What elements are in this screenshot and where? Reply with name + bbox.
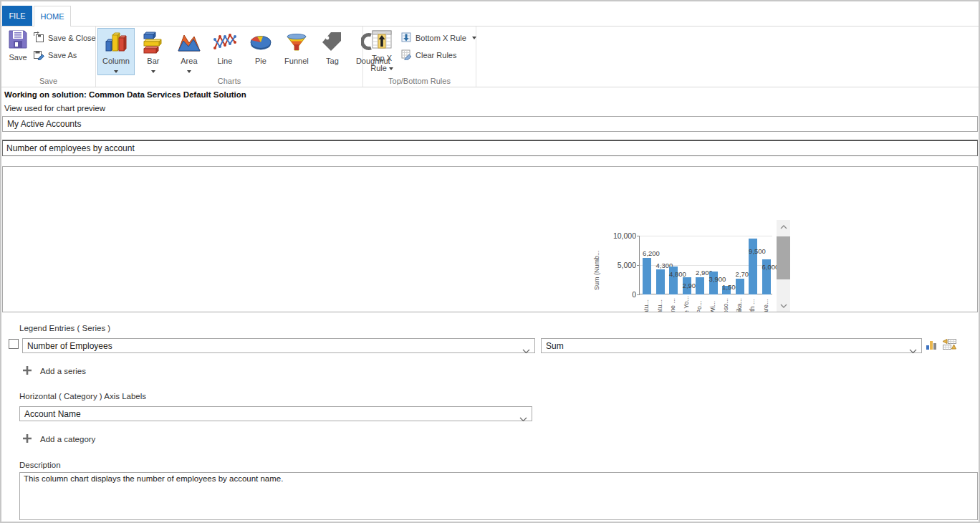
chart-bar-data-label: 3,900: [705, 275, 731, 283]
x-axis-tick-label: Po...: [696, 300, 703, 312]
category-field-value: Account Name: [24, 407, 81, 421]
x-axis-tick-label: ntu...: [656, 299, 663, 312]
add-series-button[interactable]: Add a series: [22, 365, 86, 377]
chevron-down-icon: [522, 344, 530, 357]
chart-designer-window: FILE HOME Save Save & Close Save As: [0, 0, 980, 523]
aggregate-value: Sum: [546, 339, 564, 353]
chart-bar: [643, 258, 651, 294]
x-axis-tick-label: are...: [762, 299, 769, 312]
add-category-label: Add a category: [40, 435, 95, 443]
description-textarea[interactable]: This column chart displays the number of…: [19, 472, 978, 520]
chart-type-label: Pie: [255, 57, 266, 65]
chart-type-pie-button[interactable]: Pie: [244, 28, 278, 75]
chart-bar: [656, 269, 665, 294]
ribbon-group-save: Save Save & Close Save As Save: [1, 27, 96, 87]
view-select-value: My Active Accounts: [7, 117, 81, 131]
add-series-label: Add a series: [40, 367, 86, 375]
bar-chart-icon: [141, 30, 165, 56]
y-axis-tick-label: 0: [602, 290, 636, 299]
save-and-close-button[interactable]: Save & Close: [33, 31, 96, 45]
aggregate-select[interactable]: Sum: [541, 338, 922, 353]
chart-type-label: Tag: [326, 57, 339, 65]
scroll-down-button[interactable]: [777, 299, 790, 312]
y-axis-tick-label: 10,000: [602, 231, 636, 240]
y-axis-title: Sum (Numb...: [593, 250, 600, 290]
chevron-up-icon: [779, 220, 788, 233]
chart-type-label: Line: [218, 57, 233, 65]
series-order-icon: [942, 340, 957, 352]
bottom-x-rule-label: Bottom X Rule: [415, 34, 466, 42]
chevron-down-icon: [519, 412, 527, 425]
save-as-icon: [33, 49, 44, 62]
dropdown-caret-icon: [389, 67, 393, 70]
chart-plot-area: 6,2004,3004,8002,9002,9003,9001,5002,700…: [639, 236, 772, 294]
scrollbar-thumb[interactable]: [777, 236, 790, 279]
gridline: [640, 236, 772, 236]
x-axis-tick-label: rika...: [736, 298, 743, 312]
plus-icon: [22, 365, 32, 377]
x-axis-tick-label: e Yo...: [683, 296, 690, 312]
chevron-down-icon: [779, 299, 788, 312]
clear-rules-button[interactable]: Clear Rules: [400, 48, 456, 62]
save-as-button[interactable]: Save As: [33, 48, 77, 62]
plus-icon: [22, 433, 32, 445]
chart-name-input[interactable]: [2, 140, 978, 156]
x-axis-tick-label: rth ...: [749, 299, 756, 312]
bottom-x-rule-button[interactable]: Bottom X Rule: [400, 31, 476, 45]
y-tick-mark: [637, 265, 640, 266]
x-axis-tick-label: atu...: [643, 299, 650, 312]
line-chart-icon: [213, 30, 237, 56]
chart-type-label: Area: [181, 57, 197, 65]
add-category-button[interactable]: Add a category: [22, 433, 95, 445]
legend-entries-title: Legend Entries ( Series ): [19, 324, 110, 332]
view-select[interactable]: My Active Accounts: [2, 116, 978, 132]
save-icon: [7, 29, 29, 52]
description-label: Description: [19, 461, 61, 469]
x-axis-tick-label: Wi...: [709, 301, 716, 312]
y-tick-mark: [637, 236, 640, 236]
dropdown-caret-icon: [472, 37, 476, 39]
y-tick-mark: [637, 294, 640, 295]
chart-type-area-button[interactable]: Area: [172, 28, 206, 75]
clear-rules-icon: [400, 49, 412, 62]
chart-type-column-button[interactable]: Column: [97, 28, 135, 75]
y-axis-tick-label: 5,000: [602, 261, 636, 269]
chart-bar-data-label: 6,200: [638, 249, 664, 257]
series-field-value: Number of Employees: [27, 339, 112, 353]
series-field-select[interactable]: Number of Employees: [22, 338, 535, 353]
dropdown-caret-icon: [114, 67, 118, 71]
chart-type-buttons: ColumnBarAreaLinePieFunnelTagDoughnut: [97, 28, 395, 75]
tag-chart-icon: [320, 30, 345, 56]
dropdown-caret-icon: [151, 67, 155, 71]
tab-home[interactable]: HOME: [34, 6, 71, 27]
working-on-solution-text: Working on solution: Common Data Service…: [4, 90, 246, 99]
chart-type-tag-button[interactable]: Tag: [315, 28, 350, 75]
chart-type-label: Column: [102, 57, 130, 65]
chart-type-line-button[interactable]: Line: [208, 28, 242, 75]
pie-chart-icon: [249, 30, 273, 56]
save-button[interactable]: Save: [4, 29, 32, 62]
save-button-label: Save: [9, 53, 27, 62]
funnel-chart-icon: [284, 30, 309, 56]
top-x-rule-icon: [370, 28, 393, 52]
mini-chart: 6,2004,3004,8002,9002,9003,9001,5002,700…: [3, 167, 977, 312]
scroll-up-button[interactable]: [777, 220, 790, 233]
preview-scrollbar[interactable]: [777, 220, 790, 312]
charts-group-label: Charts: [96, 77, 362, 85]
series-order-button[interactable]: [942, 338, 957, 353]
tab-file[interactable]: FILE: [2, 6, 32, 26]
save-group-label: Save: [1, 77, 95, 85]
chevron-down-icon: [909, 344, 917, 357]
category-field-select[interactable]: Account Name: [19, 406, 532, 421]
chart-bar: [696, 277, 704, 294]
series-chart-type-button[interactable]: [926, 339, 938, 353]
chart-type-bar-button[interactable]: Bar: [136, 28, 170, 75]
top-x-rule-button[interactable]: Top X Rule: [365, 28, 398, 72]
save-and-close-label: Save & Close: [48, 34, 96, 42]
top-x-rule-label-line2: Rule: [370, 64, 393, 72]
top-x-rule-label-line1: Top X: [372, 54, 392, 62]
chart-type-funnel-button[interactable]: Funnel: [279, 28, 314, 75]
series-checkbox[interactable]: [9, 339, 19, 349]
ribbon-group-charts: ColumnBarAreaLinePieFunnelTagDoughnut Ch…: [96, 27, 363, 87]
rules-group-label: Top/Bottom Rules: [363, 77, 476, 85]
